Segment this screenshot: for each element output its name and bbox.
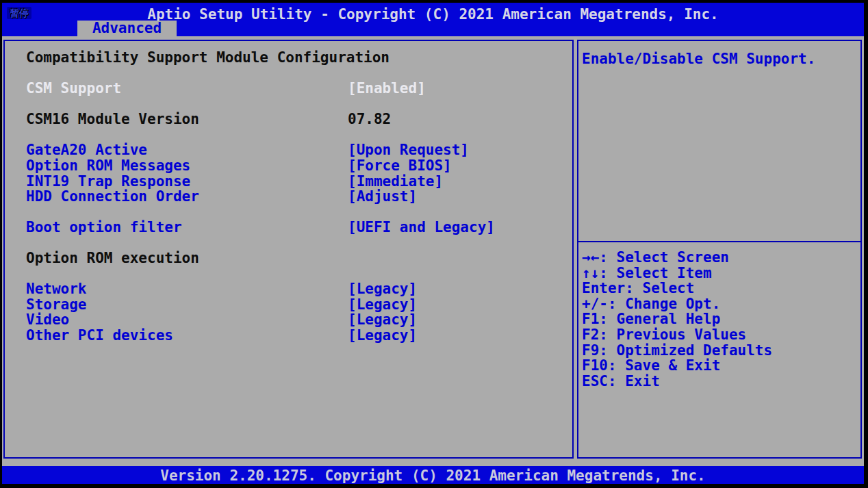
value-option-rom-messages[interactable]: [Force BIOS] bbox=[348, 159, 452, 173]
legend-change-opt: +/-: Change Opt. bbox=[582, 296, 858, 312]
value-gatea20-active[interactable]: [Upon Request] bbox=[348, 143, 469, 157]
value-other-pci-devices[interactable]: [Legacy] bbox=[348, 329, 417, 343]
options-panel: Compatibility Support Module Configurati… bbox=[3, 40, 574, 459]
legend-select-screen: →←: Select Screen bbox=[582, 250, 858, 266]
option-option-rom-messages[interactable]: Option ROM Messages bbox=[26, 159, 190, 173]
key-legend: →←: Select Screen ↑↓: Select Item Enter:… bbox=[582, 250, 858, 389]
value-int19-trap-response[interactable]: [Immediate] bbox=[348, 175, 443, 189]
footer-bar: Version 2.20.1275. Copyright (C) 2021 Am… bbox=[2, 466, 864, 484]
legend-esc-exit: ESC: Exit bbox=[582, 374, 858, 389]
legend-f9-optimized-defaults: F9: Optimized Defaults bbox=[582, 343, 858, 359]
pause-overlay-button[interactable]: 暂停 bbox=[7, 7, 31, 19]
section-title-csm-configuration: Compatibility Support Module Configurati… bbox=[26, 51, 390, 65]
option-network[interactable]: Network bbox=[26, 282, 87, 296]
option-storage[interactable]: Storage bbox=[26, 298, 87, 312]
legend-select-item: ↑↓: Select Item bbox=[582, 266, 858, 281]
option-video[interactable]: Video bbox=[26, 313, 69, 327]
legend-enter-select: Enter: Select bbox=[582, 281, 858, 296]
section-title-option-rom-execution: Option ROM execution bbox=[26, 251, 199, 266]
help-panel-divider bbox=[578, 241, 860, 242]
help-panel: Enable/Disable CSM Support. →←: Select S… bbox=[577, 40, 862, 459]
bios-screen: { "header": { "title": "Aptio Setup Util… bbox=[0, 0, 868, 488]
version-copyright-text: Version 2.20.1275. Copyright (C) 2021 Am… bbox=[2, 467, 864, 484]
value-boot-option-filter[interactable]: [UEFI and Legacy] bbox=[348, 220, 495, 235]
legend-f1-general-help: F1: General Help bbox=[582, 311, 858, 327]
option-csm-support[interactable]: CSM Support bbox=[26, 81, 121, 96]
option-int19-trap-response[interactable]: INT19 Trap Response bbox=[26, 175, 190, 189]
option-other-pci-devices[interactable]: Other PCI devices bbox=[26, 329, 173, 343]
item-help-text: Enable/Disable CSM Support. bbox=[582, 52, 815, 66]
option-boot-option-filter[interactable]: Boot option filter bbox=[26, 220, 182, 235]
body-area: Compatibility Support Module Configurati… bbox=[2, 36, 864, 466]
option-hdd-connection-order[interactable]: HDD Connection Order bbox=[26, 190, 199, 204]
value-csm16-module-version: 07.82 bbox=[348, 112, 391, 127]
value-network[interactable]: [Legacy] bbox=[348, 282, 417, 296]
value-video[interactable]: [Legacy] bbox=[348, 313, 417, 327]
value-hdd-connection-order[interactable]: [Adjust] bbox=[348, 190, 417, 204]
legend-f2-previous-values: F2: Previous Values bbox=[582, 327, 858, 343]
value-storage[interactable]: [Legacy] bbox=[348, 298, 417, 312]
header-bar: Aptio Setup Utility - Copyright (C) 2021… bbox=[2, 3, 864, 36]
legend-f10-save-exit: F10: Save & Exit bbox=[582, 358, 858, 374]
tab-advanced[interactable]: Advanced bbox=[77, 21, 177, 36]
option-gatea20-active[interactable]: GateA20 Active bbox=[26, 143, 147, 157]
label-csm16-module-version: CSM16 Module Version bbox=[26, 112, 199, 127]
value-csm-support[interactable]: [Enabled] bbox=[348, 81, 426, 96]
